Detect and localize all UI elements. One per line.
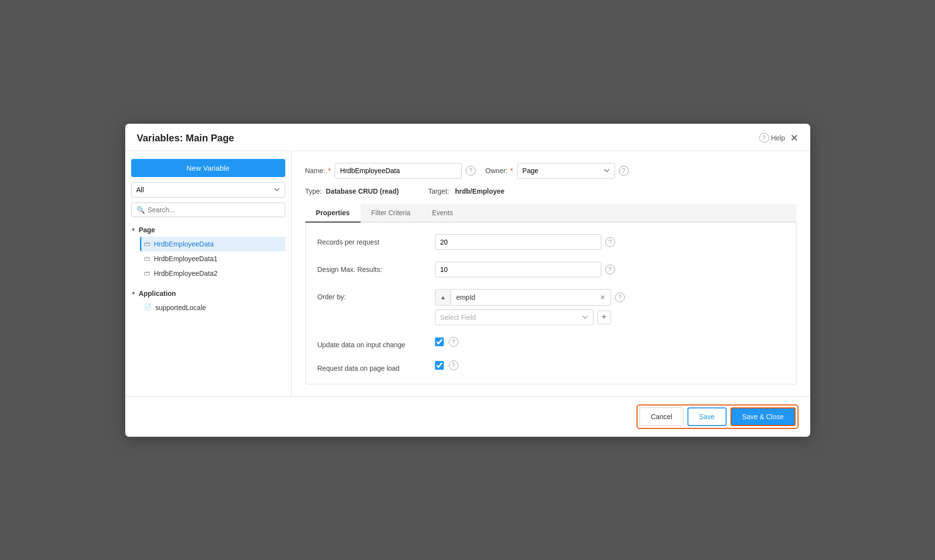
update-data-help-icon[interactable]: ?: [449, 337, 458, 347]
target-group: Target: hrdb/Employee: [428, 187, 504, 195]
db-icon: 🗃: [144, 240, 150, 247]
footer-action-group: Cancel Save Save & Close: [637, 404, 798, 429]
records-per-request-label: Records per request: [318, 234, 425, 246]
order-by-help-icon[interactable]: ?: [615, 292, 625, 302]
owner-help-icon[interactable]: ?: [619, 166, 629, 176]
search-input[interactable]: [148, 206, 280, 214]
type-group: Type: Database CRUD (read): [305, 187, 399, 195]
tab-properties[interactable]: Properties: [305, 204, 361, 223]
new-variable-button[interactable]: New Variable: [131, 159, 285, 177]
target-label: Target:: [428, 187, 449, 195]
owner-group: Owner: * Page ?: [485, 163, 628, 179]
properties-panel: Records per request ? Design Max. Result…: [305, 223, 797, 384]
add-field-button[interactable]: +: [597, 311, 611, 324]
name-group: Name: * ?: [305, 163, 476, 179]
name-required: *: [328, 167, 331, 175]
update-data-checkbox[interactable]: [435, 337, 444, 346]
select-field-select[interactable]: Select Field: [435, 310, 593, 325]
sidebar: New Variable All 🔍 ▼ Page 🗃: [125, 151, 292, 396]
request-data-row: Request data on page load ?: [318, 360, 784, 372]
chevron-down-icon: ▼: [131, 291, 136, 296]
sidebar-item-hrdbemployeedata2[interactable]: 🗃 HrdbEmployeeData2: [140, 266, 285, 281]
sidebar-item-hrdbemployeedata[interactable]: 🗃 HrdbEmployeeData: [140, 237, 285, 251]
tab-filter-criteria[interactable]: Filter Criteria: [361, 204, 421, 223]
update-data-label: Update data on input change: [318, 337, 425, 349]
close-button[interactable]: ✕: [790, 133, 798, 143]
locale-icon: 📄: [144, 304, 152, 311]
order-by-up-arrow[interactable]: ▲: [435, 290, 452, 305]
order-by-field-input: ▲ empId ✕: [435, 289, 611, 306]
content-area: Name: * ? Owner: * Page ?: [292, 151, 810, 396]
owner-required: *: [510, 167, 513, 175]
type-value: Database CRUD (read): [326, 187, 399, 195]
order-by-field-value: empId: [451, 290, 594, 305]
name-label: Name: *: [305, 167, 331, 175]
sidebar-group-page: ▼ Page 🗃 HrdbEmployeeData 🗃 HrdbEmployee…: [131, 224, 285, 281]
name-owner-row: Name: * ? Owner: * Page ?: [305, 163, 797, 179]
db-icon: 🗃: [144, 269, 150, 277]
update-data-row: Update data on input change ?: [318, 337, 784, 349]
modal-header: Variables: Main Page ? Help ✕: [125, 124, 810, 151]
filter-select[interactable]: All: [131, 182, 285, 198]
cancel-button[interactable]: Cancel: [639, 407, 684, 426]
search-icon: 🔍: [137, 206, 145, 214]
modal-footer: Cancel Save Save & Close: [125, 396, 810, 437]
sidebar-group-application-header[interactable]: ▼ Application: [131, 288, 285, 299]
order-by-field-row: ▲ empId ✕ ?: [435, 289, 625, 306]
design-max-help-icon[interactable]: ?: [605, 265, 615, 274]
sidebar-application-items: 📄 supportedLocale: [140, 300, 285, 315]
name-help-icon[interactable]: ?: [466, 166, 476, 176]
records-per-request-input[interactable]: [435, 234, 601, 250]
tabs: Properties Filter Criteria Events: [305, 204, 797, 223]
design-max-results-input-group: ?: [435, 262, 615, 277]
design-max-results-label: Design Max. Results:: [318, 262, 425, 273]
order-by-container: ▲ empId ✕ ? Select Field +: [435, 289, 625, 325]
help-circle-icon: ?: [759, 133, 769, 143]
save-close-button[interactable]: Save & Close: [730, 407, 796, 426]
order-by-row: Order by: ▲ empId ✕ ?: [318, 289, 784, 325]
select-field-row: Select Field +: [435, 310, 611, 325]
help-label: Help: [771, 134, 785, 142]
db-icon: 🗃: [144, 255, 150, 262]
owner-label: Owner: *: [485, 167, 513, 175]
request-data-checkbox[interactable]: [435, 361, 444, 370]
sidebar-group-application: ▼ Application 📄 supportedLocale: [131, 288, 285, 315]
owner-select[interactable]: Page: [517, 163, 615, 179]
records-per-request-input-group: ?: [435, 234, 615, 250]
sidebar-group-page-label: Page: [138, 226, 155, 234]
request-data-label: Request data on page load: [318, 360, 425, 372]
help-button[interactable]: ? Help: [759, 133, 785, 143]
sidebar-item-label: HrdbEmployeeData2: [154, 269, 218, 277]
records-per-request-row: Records per request ?: [318, 234, 784, 250]
order-by-label: Order by:: [318, 289, 425, 301]
sidebar-item-supportedlocale[interactable]: 📄 supportedLocale: [140, 300, 285, 315]
header-actions: ? Help ✕: [759, 133, 798, 143]
sidebar-group-page-header[interactable]: ▼ Page: [131, 224, 285, 236]
filter-container: All: [131, 182, 285, 198]
save-button[interactable]: Save: [687, 407, 727, 426]
target-value: hrdb/Employee: [455, 187, 504, 195]
type-target-row: Type: Database CRUD (read) Target: hrdb/…: [305, 187, 797, 195]
search-box: 🔍: [131, 202, 285, 217]
sidebar-page-items: 🗃 HrdbEmployeeData 🗃 HrdbEmployeeData1 🗃…: [140, 237, 285, 281]
request-data-help-icon[interactable]: ?: [449, 360, 458, 370]
design-max-results-row: Design Max. Results: ?: [318, 262, 784, 277]
sidebar-item-label: supportedLocale: [156, 304, 206, 312]
update-data-checkbox-group: ?: [435, 337, 458, 347]
modal-title: Variables: Main Page: [137, 133, 234, 144]
sidebar-item-hrdbemployeedata1[interactable]: 🗃 HrdbEmployeeData1: [140, 251, 285, 266]
type-label: Type:: [305, 187, 322, 195]
design-max-results-input[interactable]: [435, 262, 601, 277]
modal-body: New Variable All 🔍 ▼ Page 🗃: [125, 151, 810, 396]
chevron-down-icon: ▼: [131, 227, 136, 232]
tabs-container: Properties Filter Criteria Events Record…: [305, 204, 797, 384]
variables-modal: Variables: Main Page ? Help ✕ New Variab…: [125, 124, 810, 437]
sidebar-item-label: HrdbEmployeeData1: [154, 255, 218, 263]
sidebar-group-application-label: Application: [138, 290, 176, 297]
tab-events[interactable]: Events: [421, 204, 464, 223]
order-by-close-button[interactable]: ✕: [595, 290, 611, 305]
sidebar-item-label: HrdbEmployeeData: [154, 240, 214, 248]
request-data-checkbox-group: ?: [435, 360, 458, 370]
records-help-icon[interactable]: ?: [605, 237, 615, 247]
name-input[interactable]: [335, 163, 462, 179]
